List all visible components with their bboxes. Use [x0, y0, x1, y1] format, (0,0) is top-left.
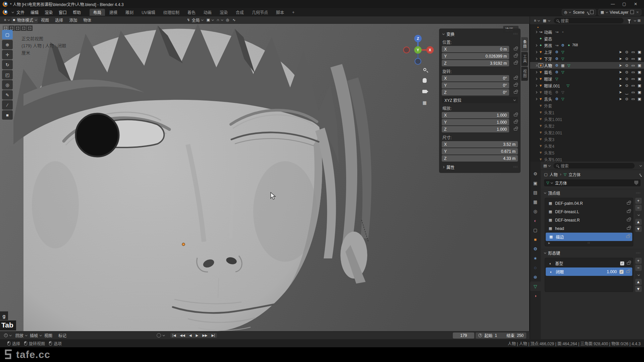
- location-z-field[interactable]: Z3.9192 m: [442, 60, 509, 66]
- outliner-row-eyebrow[interactable]: ▼眉毛⚙▽➤⊙▭▣: [530, 69, 644, 75]
- outliner-row-hair2[interactable]: ▼头发2: [530, 122, 644, 129]
- outliner-display-mode-dropdown[interactable]: ≡: [533, 17, 541, 23]
- breadcrumb-data[interactable]: 立方体: [569, 172, 581, 177]
- tab-constraints[interactable]: ⊛: [530, 272, 541, 282]
- new-scene-icon[interactable]: [591, 11, 594, 14]
- shape-keys-panel-header[interactable]: 形态键 ∷∷: [541, 249, 644, 256]
- menu-render[interactable]: 渲染: [42, 8, 56, 16]
- outliner-row-boy[interactable]: ✦男孩↝⚙✦768: [530, 42, 644, 49]
- menu-file[interactable]: 文件: [13, 8, 28, 16]
- viewport-disable-icon[interactable]: ▭: [630, 50, 636, 54]
- mode-dropdown[interactable]: ■ 物体模式: [11, 17, 38, 23]
- vertex-group-item-selected[interactable]: ▦描边: [546, 233, 632, 241]
- menu-select[interactable]: 选择: [52, 16, 66, 23]
- properties-search-input[interactable]: 搜索: [553, 163, 635, 169]
- outliner-row-hair1[interactable]: ▼头发1: [530, 109, 644, 116]
- pin-icon[interactable]: [639, 174, 641, 175]
- lock-icon[interactable]: [626, 270, 630, 273]
- minimize-button[interactable]: —: [607, 2, 619, 6]
- tab-geometry-nodes[interactable]: 几何节点: [248, 9, 272, 16]
- shape-key-item-basis[interactable]: ◐基型✓: [545, 259, 633, 267]
- menu-marker[interactable]: 标记: [55, 331, 69, 339]
- dimensions-z-field[interactable]: Z4.33 m: [442, 155, 518, 162]
- properties-editor-icon[interactable]: ▤: [543, 164, 547, 168]
- lock-icon[interactable]: [627, 202, 630, 204]
- move-shape-key-down-button[interactable]: ▼: [635, 286, 642, 292]
- blender-menu-icon[interactable]: [3, 10, 8, 15]
- current-frame-field[interactable]: 179: [453, 333, 474, 339]
- zoom-icon[interactable]: [421, 66, 428, 73]
- next-keyframe-button[interactable]: ▶▶: [200, 333, 209, 338]
- tab-render[interactable]: ▣: [530, 178, 541, 188]
- rotation-z-field[interactable]: Z0°: [442, 89, 509, 96]
- menu-help[interactable]: 帮助: [70, 8, 84, 16]
- move-shape-key-up-button[interactable]: ▲: [635, 279, 642, 285]
- timeline-editor-type-button[interactable]: [3, 333, 12, 339]
- lock-icon[interactable]: [627, 219, 630, 221]
- proportional-editing-toggle[interactable]: ◎: [225, 17, 231, 23]
- prev-keyframe-button[interactable]: ◀◀: [178, 333, 187, 338]
- tool-measure[interactable]: ∕: [2, 100, 13, 110]
- menu-view[interactable]: 视图: [38, 16, 52, 23]
- add-vertex-group-button[interactable]: +: [635, 198, 642, 204]
- view-axis-gizmo[interactable]: Z X Y: [402, 34, 434, 66]
- outliner-row-lower-teeth[interactable]: ▼下牙⚙▽➤⊙▭▣: [530, 55, 644, 62]
- jump-to-end-button[interactable]: ▶|: [210, 333, 217, 338]
- lock-icon[interactable]: [514, 91, 517, 94]
- tool-scale[interactable]: ◰: [2, 70, 13, 79]
- select-mode-intersect-button[interactable]: [27, 25, 33, 31]
- transform-orientation-dropdown[interactable]: ↯全局: [185, 17, 204, 23]
- outliner-row-upper-teeth[interactable]: ▼上牙⚙▽➤⊙▭▣: [530, 49, 644, 55]
- select-mode-invert-button[interactable]: [21, 25, 26, 31]
- tab-modeling[interactable]: 建模: [106, 9, 121, 16]
- close-button[interactable]: ✕: [630, 2, 641, 6]
- new-collection-button[interactable]: ⊞: [636, 17, 642, 23]
- outliner-row-coat[interactable]: ▼外套: [530, 102, 644, 109]
- menu-keying[interactable]: 插帧: [27, 331, 41, 339]
- scale-x-field[interactable]: X1.000: [442, 112, 509, 118]
- outliner-row-hair1-001[interactable]: ▼头发1.001: [530, 116, 644, 122]
- transform-panel-header[interactable]: 变换 ∷∷: [442, 31, 518, 37]
- n-tab-item[interactable]: 条目: [521, 37, 528, 51]
- select-arrow-icon[interactable]: ➤: [617, 50, 624, 54]
- tab-material[interactable]: ◑: [530, 291, 541, 300]
- hide-eye-icon[interactable]: ⊙: [624, 50, 630, 54]
- 3d-viewport[interactable]: 选项 正交前视图 (179) 人物 | 人物 : 闭眼 厘米 ▢ ⊕ ✛ ↻ ◰…: [0, 24, 529, 331]
- render-disable-icon[interactable]: ▣: [636, 50, 643, 54]
- shape-key-value[interactable]: 1.000: [607, 269, 617, 274]
- remove-shape-key-button[interactable]: −: [635, 265, 642, 271]
- mesh-name-field[interactable]: ▽ 立方体: [544, 179, 641, 186]
- outliner-row-character-active[interactable]: ▼人物⚙▦▽➤⊙▭▣: [530, 62, 644, 69]
- outliner-row-eyeball[interactable]: ▼眼球▽➤⊙▭▣: [530, 75, 644, 82]
- location-y-field[interactable]: Y0.026399 m: [442, 53, 509, 59]
- lock-icon[interactable]: [627, 210, 630, 213]
- frame-range-fields[interactable]: 起始 1 结束 250: [476, 333, 526, 339]
- pan-hand-icon[interactable]: [421, 77, 428, 84]
- filter-funnel-icon[interactable]: [628, 19, 631, 21]
- tab-output[interactable]: ▤: [530, 188, 541, 197]
- tab-tool[interactable]: ⚙: [530, 169, 541, 178]
- lock-icon[interactable]: [514, 77, 517, 79]
- tab-compositing[interactable]: 合成: [232, 9, 248, 16]
- outliner-row-eyelash-hidden[interactable]: ▼睫毛⚙▽➤‿▭▣: [530, 89, 644, 96]
- lock-icon[interactable]: [514, 55, 517, 57]
- n-tab-view[interactable]: 视图: [521, 67, 528, 81]
- lock-icon[interactable]: [627, 262, 630, 264]
- tab-shading[interactable]: 着色: [184, 9, 199, 16]
- shape-key-item-close-eyes-selected[interactable]: ◐闭眼1.000✓: [546, 267, 632, 276]
- vertex-group-item[interactable]: ▦DEF-breast.L: [545, 207, 633, 216]
- menu-add[interactable]: 添加: [66, 16, 80, 23]
- outliner-row-hair4[interactable]: ▼头发4: [530, 142, 644, 149]
- play-reverse-button[interactable]: ◀: [187, 333, 194, 338]
- rotation-mode-dropdown[interactable]: XYZ 欧拉: [442, 97, 518, 103]
- rotation-y-field[interactable]: Y0°: [442, 82, 509, 88]
- tool-cursor[interactable]: ⊕: [2, 40, 13, 49]
- rotation-x-field[interactable]: X0°: [442, 75, 509, 81]
- tab-object[interactable]: ■: [530, 235, 541, 244]
- shape-key-enable-checkbox[interactable]: ✓: [620, 261, 624, 265]
- tool-transform[interactable]: ◎: [2, 80, 13, 89]
- viewlayer-selector[interactable]: ▦ ViewLayer ✕: [598, 9, 641, 15]
- start-frame-value[interactable]: 1: [495, 333, 497, 338]
- tool-select-box[interactable]: ▢: [2, 30, 13, 39]
- location-x-field[interactable]: X0 m: [442, 46, 509, 52]
